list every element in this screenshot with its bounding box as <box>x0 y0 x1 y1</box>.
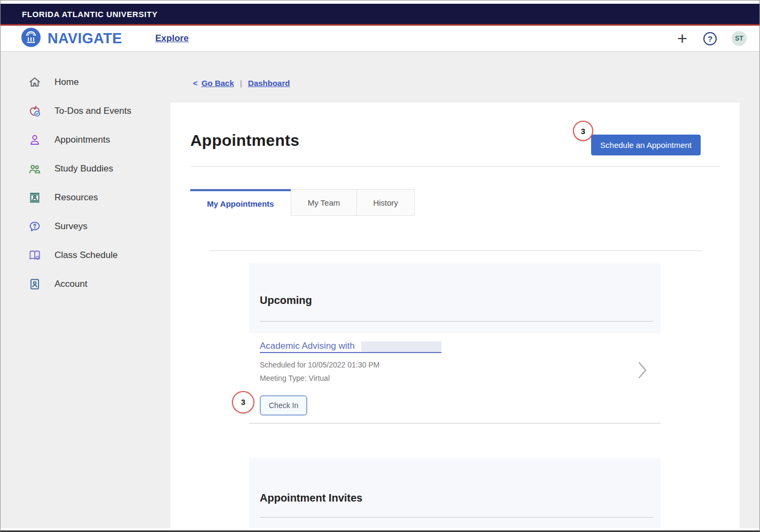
class-schedule-book-icon <box>27 248 42 263</box>
upcoming-title: Upcoming <box>260 294 653 307</box>
explore-link[interactable]: Explore <box>156 33 189 44</box>
sidebar-item-label: Resources <box>55 192 98 203</box>
user-avatar[interactable]: ST <box>732 31 747 46</box>
sidebar-item-label: Home <box>55 77 79 88</box>
title-divider <box>190 166 720 167</box>
sidebar-item-appointments[interactable]: Appointments <box>1 126 172 154</box>
page-title: Appointments <box>190 131 299 150</box>
breadcrumb-separator: | <box>240 79 242 88</box>
help-icon[interactable]: ? <box>703 32 717 45</box>
invites-title-divider <box>260 517 653 518</box>
breadcrumb: < Go Back | Dashboard <box>193 79 290 88</box>
sidebar-item-label: Surveys <box>55 221 87 232</box>
appointment-row[interactable]: Academic Advising with Scheduled for 10/… <box>249 333 661 424</box>
appointment-invites-card: Appointment Invites <box>249 458 661 528</box>
annotation-step-badge: 3 <box>232 391 254 413</box>
sidebar-item-label: Study Buddies <box>55 163 113 174</box>
appointments-panel: Appointments 3 Schedule an Appointment M… <box>170 103 740 528</box>
study-buddies-people-icon <box>27 162 42 176</box>
appointment-link-text: Academic Advising with <box>260 341 355 351</box>
sidebar-item-resources[interactable]: Resources <box>1 183 172 212</box>
back-chevron-icon: < <box>193 79 198 88</box>
panel-header: Appointments 3 Schedule an Appointment <box>190 103 720 155</box>
chevron-right-icon[interactable] <box>637 361 648 381</box>
tab-my-team[interactable]: My Team <box>291 189 357 216</box>
sidebar-item-todos[interactable]: To-Dos and Events <box>1 97 172 126</box>
home-icon <box>27 75 42 90</box>
sidebar-nav: Home To-Dos and Events <box>1 52 172 299</box>
sidebar-item-home[interactable]: Home <box>1 68 172 97</box>
brand-name: NAVIGATE <box>48 30 122 47</box>
resources-card-icon <box>27 191 42 205</box>
account-badge-icon <box>27 277 42 292</box>
sidebar-item-surveys[interactable]: Surveys <box>1 212 172 241</box>
annotation-step-badge: 3 <box>573 121 593 141</box>
upcoming-title-divider <box>260 321 653 322</box>
add-icon[interactable]: + <box>677 30 687 47</box>
sidebar-item-label: Class Schedule <box>55 250 118 261</box>
schedule-appointment-button[interactable]: Schedule an Appointment <box>591 135 701 155</box>
appointment-scheduled-text: Scheduled for 10/05/2022 01:30 PM <box>260 361 661 369</box>
tab-history[interactable]: History <box>357 189 415 216</box>
invites-card-header: Appointment Invites <box>249 458 661 528</box>
todos-apple-check-icon <box>27 104 42 119</box>
app-header: NAVIGATE Explore + ? ST <box>1 26 759 52</box>
tab-my-appointments[interactable]: My Appointments <box>190 189 291 216</box>
section-divider <box>209 251 701 251</box>
university-banner: FLORIDA ATLANTIC UNIVERSITY <box>1 4 759 26</box>
appointment-meeting-type-text: Meeting Type: Virtual <box>260 374 661 382</box>
upcoming-card-header: Upcoming <box>249 263 661 333</box>
go-back-link[interactable]: Go Back <box>201 79 234 88</box>
invites-title: Appointment Invites <box>260 492 653 504</box>
page-body: Home To-Dos and Events <box>1 52 759 528</box>
sidebar-item-label: Appointments <box>55 135 110 145</box>
app-window: FLORIDA ATLANTIC UNIVERSITY NAVIGATE Exp… <box>0 0 760 532</box>
appointments-person-icon <box>27 133 42 147</box>
appointment-link[interactable]: Academic Advising with <box>260 341 441 353</box>
redacted-name-box <box>361 341 441 352</box>
sidebar-item-account[interactable]: Account <box>1 270 172 299</box>
sidebar-item-label: To-Dos and Events <box>55 106 131 116</box>
check-in-button[interactable]: Check In <box>260 395 307 416</box>
navigate-building-icon <box>21 27 41 50</box>
surveys-bubble-icon <box>27 220 42 234</box>
appointments-tabs: My Appointments My Team History <box>190 189 720 216</box>
dashboard-link[interactable]: Dashboard <box>248 79 290 88</box>
university-name: FLORIDA ATLANTIC UNIVERSITY <box>22 10 158 19</box>
sidebar-item-study-buddies[interactable]: Study Buddies <box>1 154 172 183</box>
sidebar-item-class-schedule[interactable]: Class Schedule <box>1 241 172 270</box>
navigate-logo[interactable]: NAVIGATE <box>21 27 122 50</box>
upcoming-card: Upcoming Academic Advising with Schedule… <box>249 263 661 424</box>
sidebar-item-label: Account <box>55 279 87 290</box>
